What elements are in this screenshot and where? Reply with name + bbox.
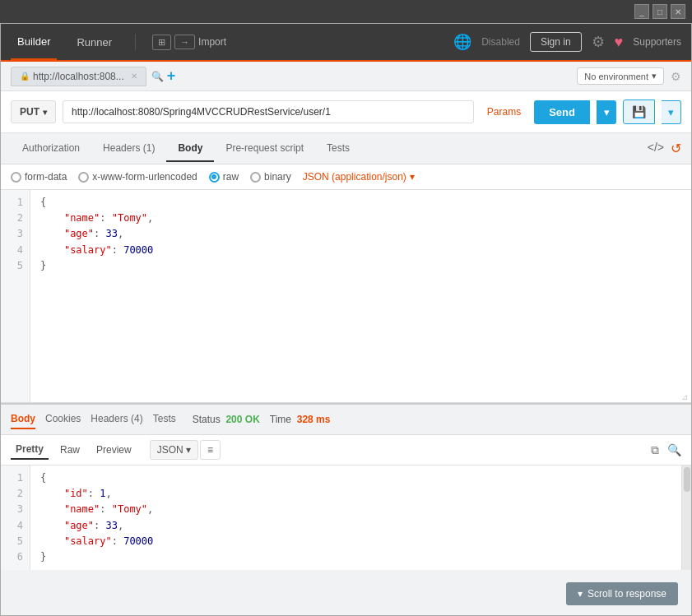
resp-code: 1 2 3 4 5 6 { "id": 1, "name": "Tomy", "… [1,465,691,570]
params-button[interactable]: Params [481,106,527,118]
resp-view-pretty[interactable]: Pretty [11,440,49,460]
body-options: form-data x-www-form-urlencoded raw bina… [1,164,691,190]
env-dropdown-icon: ▾ [652,71,657,81]
tab-body[interactable]: Body [166,136,214,162]
binary-radio[interactable] [250,172,261,183]
tab-tests[interactable]: Tests [315,136,361,162]
import-label[interactable]: Import [198,36,226,48]
response-tabs-bar: Body Cookies Headers (4) Tests Status 20… [1,405,691,435]
resp-search-icon[interactable]: 🔍 [667,443,681,457]
app-window: Builder Runner ⊞ → Import 🌐 Disabled Sig… [0,23,692,616]
format-dropdown-icon: ▾ [410,171,415,183]
current-tab[interactable]: 🔒 http://localhost:808... ✕ [11,67,146,86]
line-num-3: 3 [7,226,23,242]
raw-radio[interactable] [209,172,220,183]
tab-url-label: http://localhost:808... [33,71,124,82]
code-content: 1 2 3 4 5 { "name": "Tomy", "age": 33, "… [1,190,691,402]
resp-view-raw[interactable]: Raw [55,441,85,459]
title-bar-controls: _ □ ✕ [634,4,685,19]
response-body: 1 2 3 4 5 6 { "id": 1, "name": "Tomy", "… [1,465,691,570]
code-body[interactable]: { "name": "Tomy", "age": 33, "salary": 7… [30,190,691,402]
resp-code-lines: { "id": 1, "name": "Tomy", "age": 33, "s… [30,465,681,570]
resp-tab-cookies[interactable]: Cookies [45,410,81,429]
form-data-option[interactable]: form-data [11,171,67,183]
nav-bar: Builder Runner ⊞ → Import 🌐 Disabled Sig… [1,24,691,62]
raw-option[interactable]: raw [209,171,239,183]
send-button[interactable]: Send [534,100,590,124]
code-line-1: { [40,195,681,211]
sub-tabs: Authorization Headers (1) Body Pre-reque… [1,133,691,164]
environment-selector[interactable]: No environment ▾ [577,67,664,85]
resp-code-line-3: "name": "Tomy", [40,502,671,517]
tab-bar: 🔒 http://localhost:808... ✕ 🔍 + No envir… [1,62,691,91]
maximize-button[interactable]: □ [653,4,667,19]
resp-code-line-1: { [40,470,671,486]
env-settings-icon[interactable]: ⚙ [671,70,681,83]
time-label: Time 328 ms [270,414,331,425]
new-tab-btn[interactable]: ⊞ → Import [152,35,226,50]
gear-icon[interactable]: ⚙ [592,33,605,51]
resp-code-line-2: "id": 1, [40,486,671,502]
scroll-to-response-button[interactable]: ▾ Scroll to response [566,582,678,605]
sub-tab-right: </> ↺ [648,141,681,156]
resp-tab-headers[interactable]: Headers (4) [91,410,142,429]
request-body-editor[interactable]: 1 2 3 4 5 { "name": "Tomy", "age": 33, "… [1,190,691,403]
code-line-2: "name": "Tomy", [40,211,681,226]
send-dropdown-button[interactable]: ▾ [597,100,616,124]
binary-option[interactable]: binary [250,171,291,183]
code-line-4: "salary": 70000 [40,243,681,258]
url-input[interactable] [63,100,474,123]
resp-tab-body[interactable]: Body [11,410,35,429]
minimize-button[interactable]: _ [634,4,649,19]
resp-code-line-6: } [40,549,671,565]
status-label: Status 200 OK [193,414,260,425]
line-num-2: 2 [7,211,23,226]
runner-tab-label: Runner [77,36,112,49]
tab-prerequest[interactable]: Pre-request script [214,136,315,162]
urlencoded-radio[interactable] [78,172,89,183]
code-line-3: "age": 33, [40,226,681,242]
line-numbers: 1 2 3 4 5 [1,190,30,402]
response-toolbar: Pretty Raw Preview JSON ▾ ≡ ⧉ 🔍 [1,435,691,465]
resp-format-selector[interactable]: JSON ▾ [150,440,198,460]
resp-right-actions: ⧉ 🔍 [651,443,681,457]
tab-close-icon[interactable]: ✕ [131,72,137,81]
resp-format-group: JSON ▾ ≡ [150,440,221,460]
code-icon-button[interactable]: </> [648,141,664,156]
method-selector[interactable]: PUT ▾ [11,100,56,123]
resp-line-num-4: 4 [7,518,23,534]
save-button[interactable]: 💾 [623,100,655,124]
request-bar: PUT ▾ Params Send ▾ 💾 ▾ [1,91,691,133]
tab-headers[interactable]: Headers (1) [91,136,166,162]
resp-table-icon[interactable]: ≡ [200,440,221,460]
resp-view-preview[interactable]: Preview [91,441,137,459]
globe-icon: 🌐 [453,33,471,51]
tab-actions: 🔍 + [151,67,176,85]
supporters-label: Supporters [633,36,681,48]
form-data-radio[interactable] [11,172,21,183]
format-selector[interactable]: JSON (application/json) ▾ [303,171,415,183]
resp-scrollbar[interactable] [681,465,691,570]
search-tab-icon[interactable]: 🔍 [151,71,164,82]
resp-line-num-5: 5 [7,534,23,549]
format-label: JSON (application/json) [303,171,406,183]
save-dropdown-button[interactable]: ▾ [662,100,681,124]
status-info: Status 200 OK Time 328 ms [193,414,331,425]
resize-handle[interactable]: ⊿ [681,392,690,401]
sign-in-button[interactable]: Sign in [530,32,582,52]
status-value: 200 OK [225,414,259,425]
close-button[interactable]: ✕ [671,4,685,19]
resp-tab-tests[interactable]: Tests [153,410,176,429]
tab-authorization[interactable]: Authorization [11,136,91,162]
nav-tab-runner[interactable]: Runner [70,24,118,60]
resp-line-num-1: 1 [7,470,23,486]
refresh-icon-button[interactable]: ↺ [671,141,681,156]
resp-line-numbers: 1 2 3 4 5 6 [1,465,30,570]
response-container: Body Cookies Headers (4) Tests Status 20… [1,403,691,615]
code-line-5: } [40,258,681,274]
resp-copy-icon[interactable]: ⧉ [651,443,659,457]
add-tab-button[interactable]: + [167,67,176,85]
urlencoded-option[interactable]: x-www-form-urlencoded [78,171,197,183]
nav-tab-builder[interactable]: Builder [11,24,57,60]
resp-line-num-2: 2 [7,486,23,502]
